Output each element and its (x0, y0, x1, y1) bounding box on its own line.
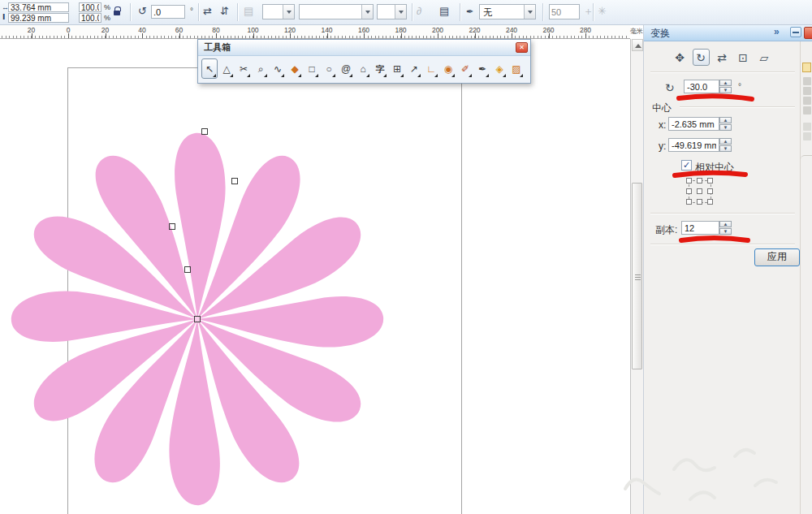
dimension-tool[interactable]: ↗ (406, 58, 422, 79)
ruler-label: 220 (466, 26, 484, 34)
rotate-mode-button[interactable]: ↻ (693, 49, 710, 66)
anchor-point[interactable] (707, 188, 713, 194)
anchor-point[interactable] (697, 199, 702, 205)
polygon-tool[interactable]: @ (338, 58, 354, 79)
anchor-point[interactable] (697, 178, 702, 184)
freehand-tool-icon: ∿ (274, 64, 282, 74)
scrollbar-thumb[interactable] (632, 183, 642, 369)
ruler-label: 40 (133, 26, 151, 34)
crop-tool[interactable]: ✂ (235, 58, 252, 79)
smart-fill-tool[interactable]: ◆ (287, 58, 303, 79)
shape-tool[interactable]: △ (218, 58, 235, 79)
table-tool[interactable]: ⊞ (389, 58, 405, 79)
basic-shapes-tool-icon: ⌂ (360, 64, 365, 74)
object-y-input[interactable] (8, 13, 69, 23)
interactive-fill-tool[interactable]: ▨ (508, 58, 525, 79)
anchor-point[interactable] (697, 188, 702, 194)
dropdown-arrow-icon[interactable] (395, 5, 406, 19)
anchor-point[interactable] (707, 178, 713, 184)
line-style-dropdown[interactable] (299, 4, 374, 19)
close-icon[interactable] (804, 27, 812, 39)
anchor-point[interactable] (686, 188, 692, 194)
rectangle-tool-icon: □ (309, 64, 314, 74)
outline-pen-tool-icon: ✒ (478, 64, 486, 74)
pick-tool[interactable]: ↖ (201, 58, 218, 79)
toolbox-window[interactable]: 工具箱 ✕ ↖△✂⌕∿◆□○@⌂字⊞↗∟◉✐✒◈▨ (197, 39, 531, 84)
page-border-right (461, 67, 462, 514)
object-y-icon: Ⅰ (2, 13, 5, 21)
start-arrowhead-dropdown[interactable] (262, 4, 295, 19)
chevron-collapse-icon[interactable]: » (774, 26, 780, 37)
misc-value-input[interactable] (549, 4, 580, 19)
text-tool[interactable]: 字 (372, 58, 388, 79)
center-x-spinner[interactable]: ▲▼ (719, 117, 732, 131)
docker-titlebar[interactable]: 变换 » (644, 24, 812, 41)
dropdown-arrow-icon[interactable] (361, 5, 373, 19)
scale-v-input[interactable] (79, 13, 102, 23)
fill-tool[interactable]: ◈ (491, 58, 508, 79)
flower-shape[interactable] (0, 116, 400, 514)
vertical-scrollbar[interactable] (630, 39, 643, 514)
rotate-icon: ↺ (138, 5, 147, 18)
outline-pen-tool[interactable]: ✒ (474, 58, 490, 79)
flyout-corner-icon (503, 74, 506, 77)
toolbox-tools: ↖△✂⌕∿◆□○@⌂字⊞↗∟◉✐✒◈▨ (198, 56, 530, 81)
object-x-input[interactable] (8, 2, 69, 12)
connector-tool[interactable]: ∟ (423, 58, 439, 79)
canvas[interactable] (0, 39, 630, 514)
skew-mode-button[interactable]: ▱ (756, 49, 773, 66)
horizontal-ruler[interactable]: 毫米 2002040608010012014016018020022024026… (0, 25, 630, 39)
close-icon[interactable]: ✕ (516, 42, 528, 53)
flyout-corner-icon (520, 74, 523, 77)
minimize-icon[interactable] (790, 27, 801, 37)
anchor-point[interactable] (707, 199, 713, 205)
outline-width-dropdown[interactable]: 无 (479, 4, 536, 19)
blend-tool[interactable]: ◉ (440, 58, 456, 79)
position-mode-button[interactable]: ✥ (672, 49, 689, 66)
basic-shapes-tool[interactable]: ⌂ (355, 58, 371, 79)
ruler-label: 100 (244, 26, 262, 34)
copies-input[interactable] (681, 221, 719, 235)
angle-spinner[interactable]: ▲▼ (719, 80, 732, 93)
rotation-angle-input[interactable] (684, 80, 719, 93)
edit-fill-icon: ▤ (244, 5, 253, 18)
outline-pen-icon: ✒ (466, 5, 473, 18)
mirror-vertical-button[interactable]: ⇵ (220, 5, 229, 18)
rectangle-tool[interactable]: □ (304, 58, 320, 79)
copies-label: 副本: (655, 223, 677, 237)
end-arrowhead-dropdown[interactable] (377, 4, 407, 19)
anchor-point[interactable] (686, 199, 692, 205)
docker-tab-strip[interactable] (800, 41, 812, 514)
outline-width-value: 无 (483, 6, 492, 19)
flyout-corner-icon (315, 74, 318, 77)
eyedropper-tool[interactable]: ✐ (457, 58, 473, 79)
dropdown-arrow-icon[interactable] (283, 5, 294, 19)
mirror-horizontal-button[interactable]: ⇄ (203, 5, 212, 18)
center-y-spinner[interactable]: ▲▼ (719, 138, 732, 152)
relative-center-checkbox[interactable]: ✓ (681, 160, 692, 171)
center-y-input[interactable] (668, 138, 719, 152)
scale-h-input[interactable] (79, 2, 102, 12)
dropdown-arrow-icon[interactable] (524, 5, 535, 19)
freehand-tool[interactable]: ∿ (270, 58, 286, 79)
copies-spinner[interactable]: ▲▼ (719, 221, 732, 235)
zoom-tool[interactable]: ⌕ (253, 58, 269, 79)
polygon-tool-icon: @ (341, 64, 351, 74)
ruler-label: 260 (540, 26, 558, 34)
anchor-point[interactable] (686, 178, 692, 184)
text-wrap-icon[interactable]: ▤ (439, 5, 449, 18)
toolbox-titlebar[interactable]: 工具箱 ✕ (198, 40, 530, 56)
apply-button[interactable]: 应用 (754, 248, 800, 266)
ruler-label: 80 (207, 26, 225, 34)
ellipse-tool[interactable]: ○ (321, 58, 337, 79)
flyout-corner-icon (298, 74, 301, 77)
ruler-label: 60 (171, 26, 188, 34)
transform-docker: 变换 » ✥↻⇄⊡▱ ↻ ▲▼ ° 中心 x: ▲▼ y: ▲▼ ✓ 相对中心 … (643, 24, 812, 514)
center-x-input[interactable] (668, 117, 719, 131)
size-mode-button[interactable]: ⊡ (735, 49, 752, 66)
ruler-label: 200 (429, 26, 447, 34)
blend-tool-icon: ◉ (444, 64, 452, 74)
scroll-up-button[interactable] (632, 39, 643, 51)
scale-mirror-mode-button[interactable]: ⇄ (714, 49, 731, 66)
rotation-angle-input[interactable] (151, 5, 185, 19)
